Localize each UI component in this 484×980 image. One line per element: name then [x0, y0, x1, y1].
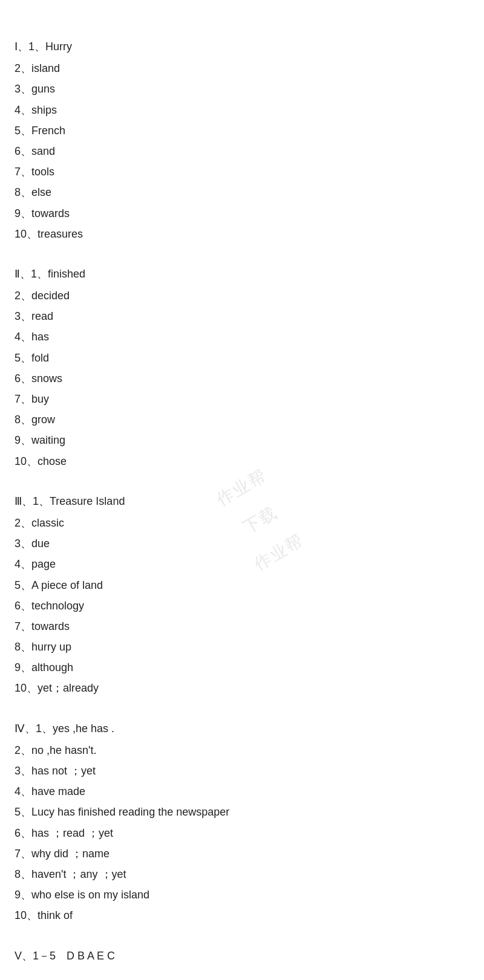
list-item: 7、why did ；name [12, 843, 472, 864]
list-item: 10、chose [12, 451, 472, 472]
list-item: 3、guns [12, 79, 472, 99]
list-item: 6、has ；read ；yet [12, 823, 472, 843]
list-item: 2、decided [12, 285, 472, 306]
section-1: Ⅰ、1、Hurry2、island3、guns4、ships5、French6、… [12, 36, 472, 244]
section-2: Ⅱ、1、finished2、decided3、read4、has5、fold6、… [12, 264, 472, 472]
list-item: 5、A piece of land [12, 575, 472, 595]
list-item: 2、no ,he hasn't. [12, 740, 472, 761]
list-item: 9、although [12, 657, 472, 678]
section-title-3: Ⅲ、1、Treasure Island [12, 491, 472, 511]
list-item: 4、has [12, 326, 472, 347]
list-item: 5、French [12, 120, 472, 141]
list-item: 8、hurry up [12, 637, 472, 657]
section-title-1: Ⅰ、1、Hurry [12, 36, 472, 57]
list-item: 7、towards [12, 616, 472, 637]
list-item: 2、classic [12, 513, 472, 533]
section-title-2: Ⅱ、1、finished [12, 264, 472, 284]
list-item: 8、grow [12, 409, 472, 430]
list-item: 9、who else is on my island [12, 884, 472, 905]
section-3: Ⅲ、1、Treasure Island2、classic3、due4、page5… [12, 491, 472, 699]
list-item: 4、ships [12, 100, 472, 120]
list-item: 5、Lucy has finished reading the newspape… [12, 802, 472, 822]
list-item: 7、buy [12, 389, 472, 409]
list-item: 6、sand [12, 141, 472, 161]
section-4: Ⅳ、1、yes ,he has .2、no ,he hasn't.3、has n… [12, 718, 472, 926]
section-5: V、1－5 D B A E C [12, 946, 472, 966]
list-item: 10、yet；already [12, 678, 472, 698]
list-item: 8、else [12, 182, 472, 203]
list-item: 4、page [12, 554, 472, 574]
list-item: 7、tools [12, 161, 472, 182]
list-item: 3、due [12, 533, 472, 554]
list-item: 4、have made [12, 781, 472, 802]
list-item: 10、treasures [12, 224, 472, 244]
list-item: 3、read [12, 306, 472, 326]
list-item: 9、towards [12, 203, 472, 224]
list-item: 9、waiting [12, 430, 472, 450]
list-item: 6、technology [12, 595, 472, 616]
list-item: 3、has not ；yet [12, 761, 472, 781]
list-item: 6、snows [12, 368, 472, 389]
list-item: 2、island [12, 58, 472, 79]
list-item: 10、think of [12, 905, 472, 926]
section-title-4: Ⅳ、1、yes ,he has . [12, 718, 472, 739]
list-item: 5、fold [12, 348, 472, 368]
section-title-5: V、1－5 D B A E C [12, 946, 472, 966]
content: Ⅰ、1、Hurry2、island3、guns4、ships5、French6、… [12, 36, 472, 966]
list-item: 8、haven't ；any ；yet [12, 864, 472, 884]
